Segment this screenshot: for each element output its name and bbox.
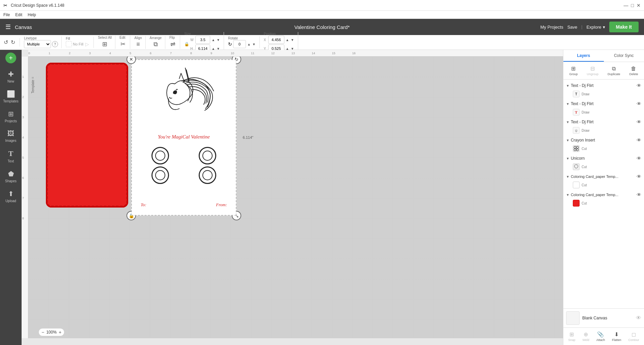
my-projects-link[interactable]: My Projects — [540, 25, 563, 30]
layer-eye-6[interactable]: 👁 — [637, 192, 641, 197]
ungroup-label: Ungroup — [587, 72, 598, 76]
panel-toolbar: ⊞ Group ⊟ Ungroup ⧉ Duplicate 🗑 Delete — [563, 62, 644, 80]
sidebar-item-new[interactable]: ✚ New — [1, 67, 20, 86]
layer-sub-icon-5 — [573, 182, 580, 188]
width-up-btn[interactable]: ▲ — [211, 38, 215, 42]
to-from-labels: To: From: — [141, 202, 227, 208]
templates-label: Templates — [3, 99, 19, 103]
layer-header-5[interactable]: ▼ Coloring Card_paper Temp... 👁 — [563, 172, 644, 181]
blank-canvas-eye[interactable]: 👁 — [636, 315, 641, 321]
flip-button[interactable]: ⇌ — [169, 39, 176, 49]
layer-eye-5[interactable]: 👁 — [637, 174, 641, 179]
layer-sub-0: T Draw — [563, 90, 644, 98]
undo-redo-group: ↺ ↻ — [3, 38, 20, 46]
duplicate-button[interactable]: ⧉ Duplicate — [605, 64, 623, 77]
layer-eye-1[interactable]: 👁 — [637, 101, 641, 106]
rotate-control: Rotate ↻ ▲ ▼ — [228, 36, 256, 48]
rotate-up-btn[interactable]: ▲ — [247, 42, 251, 46]
layer-eye-2[interactable]: 👁 — [637, 119, 641, 125]
shapes-label: Shapes — [5, 179, 17, 183]
sidebar-item-images[interactable]: 🖼 Images — [1, 127, 20, 145]
select-all-label: Select All — [98, 36, 112, 39]
undo-button[interactable]: ↺ — [3, 38, 9, 46]
left-sidebar: + ✚ New ⬜ Templates ⊞ Projects 🖼 Images … — [0, 50, 22, 345]
attach-button[interactable]: 📎 Attach — [594, 330, 607, 343]
sidebar-item-templates[interactable]: ⬜ Templates — [1, 87, 20, 106]
layer-header-0[interactable]: ▼ Text - Dj Flirt 👁 — [563, 82, 644, 90]
unicorn-drawing — [141, 63, 226, 133]
close-button[interactable]: ✕ — [637, 3, 641, 8]
layer-header-1[interactable]: ▼ Text - Dj Flirt 👁 — [563, 100, 644, 108]
explore-button[interactable]: Explore ▾ — [586, 25, 605, 30]
x-up-btn[interactable]: ▲ — [285, 38, 289, 42]
flatten-button[interactable]: ⬇ Flatten — [610, 330, 623, 343]
zoom-in-button[interactable]: + — [59, 330, 61, 335]
weld-button[interactable]: ⊕ Weld — [580, 330, 591, 343]
white-card[interactable]: You're MagiCal Valentine — [131, 59, 236, 216]
x-down-btn[interactable]: ▼ — [290, 38, 295, 42]
contour-button[interactable]: ◻ Contour — [626, 330, 641, 343]
tab-layers[interactable]: Layers — [563, 50, 604, 62]
linetype-select[interactable]: Multiple — [24, 40, 51, 48]
group-icon: ⊞ — [571, 65, 576, 72]
canvas-area[interactable]: 0 1 2 3 4 5 6 7 8 9 10 11 12 13 14 15 16… — [22, 50, 563, 345]
linetype-help-button[interactable]: ? — [52, 41, 58, 47]
snap-button[interactable]: ⊞ Snap — [566, 330, 577, 343]
layer-chevron-2: ▼ — [566, 120, 569, 124]
layer-eye-3[interactable]: 👁 — [637, 137, 641, 143]
new-button[interactable]: + — [5, 53, 16, 63]
edit-button[interactable]: ✂ — [119, 39, 127, 49]
sidebar-item-text[interactable]: T Text — [1, 147, 20, 166]
layer-eye-0[interactable]: 👁 — [637, 83, 641, 88]
width-input[interactable] — [195, 36, 210, 44]
x-input[interactable] — [268, 36, 284, 44]
layer-sub-5: Cut — [563, 181, 644, 189]
layer-header-6[interactable]: ▼ Coloring Card_paper Temp... 👁 — [563, 191, 644, 199]
width-down-btn[interactable]: ▼ — [216, 38, 220, 42]
layer-eye-4[interactable]: 👁 — [637, 156, 641, 161]
zoom-out-button[interactable]: − — [41, 330, 44, 335]
maximize-button[interactable]: □ — [631, 3, 634, 8]
make-it-button[interactable]: Make It — [609, 22, 639, 32]
canvas-content[interactable]: Template = ✕ ↻ 🔒 ⤡ 3.5" 6.114" — [28, 57, 563, 338]
minimize-button[interactable]: — — [624, 3, 628, 8]
fill-swatch[interactable] — [66, 41, 72, 47]
ungroup-button[interactable]: ⊟ Ungroup — [584, 64, 601, 77]
layer-header-4[interactable]: ▼ Unicorn 👁 — [563, 154, 644, 162]
menu-help[interactable]: Help — [28, 12, 36, 17]
tab-color-sync[interactable]: Color Sync — [604, 50, 644, 62]
svg-point-3 — [574, 149, 576, 151]
layer-sub-icon-3 — [573, 145, 580, 152]
save-button[interactable]: Save — [567, 25, 578, 30]
position-group: Position X ▲ ▼ Y ▲ ▼ — [264, 32, 298, 53]
align-button[interactable]: ≡ — [134, 40, 142, 49]
group-button[interactable]: ⊞ Group — [566, 64, 580, 77]
from-label: From: — [216, 202, 227, 208]
layer-sub-icon-2: ψ — [573, 127, 580, 134]
images-icon: 🖼 — [7, 130, 14, 137]
hamburger-menu[interactable]: ☰ — [5, 23, 11, 31]
sidebar-item-shapes[interactable]: ⬟ Shapes — [1, 167, 20, 186]
layer-sub-action-3: Cut — [582, 147, 587, 151]
sidebar-item-projects[interactable]: ⊞ Projects — [1, 107, 20, 126]
layer-sub-1: T Draw — [563, 108, 644, 117]
white-card-container[interactable]: ✕ ↻ 🔒 ⤡ 3.5" 6.114" — [131, 59, 236, 216]
fill-color-btn[interactable]: ▷ — [84, 40, 90, 48]
red-card[interactable] — [46, 63, 128, 208]
layers-list[interactable]: ▼ Text - Dj Flirt 👁 T Draw ▼ Text - Dj F… — [563, 80, 644, 308]
rotate-down-btn[interactable]: ▼ — [252, 42, 256, 46]
menu-file[interactable]: File — [3, 12, 10, 17]
sidebar-item-upload[interactable]: ⬆ Upload — [1, 187, 20, 206]
layer-header-3[interactable]: ▼ Crayon Insert 👁 — [563, 136, 644, 144]
lock-aspect-icon[interactable]: 🔒 — [184, 42, 189, 46]
arrange-button[interactable]: ⧉ — [150, 40, 162, 49]
delete-button[interactable]: 🗑 Delete — [626, 64, 641, 77]
layer-name-4: Unicorn — [571, 156, 635, 161]
redo-button[interactable]: ↻ — [10, 38, 16, 46]
select-all-button[interactable]: ⊞ — [98, 39, 112, 49]
new-icon: ✚ — [8, 70, 14, 78]
menu-edit[interactable]: Edit — [15, 12, 22, 17]
rotate-input[interactable] — [233, 40, 246, 48]
layer-header-2[interactable]: ▼ Text - Dj Flirt 👁 — [563, 118, 644, 126]
layer-group-4: ▼ Unicorn 👁 Cut — [563, 154, 644, 172]
